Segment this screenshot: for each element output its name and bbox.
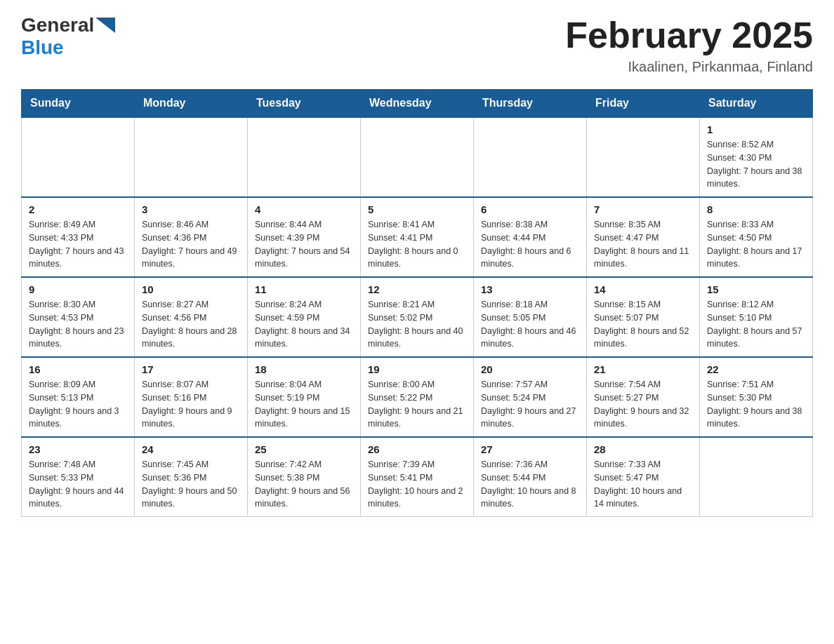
calendar-cell: 8Sunrise: 8:33 AMSunset: 4:50 PMDaylight… bbox=[700, 197, 813, 277]
calendar-cell: 12Sunrise: 8:21 AMSunset: 5:02 PMDayligh… bbox=[361, 277, 474, 357]
calendar-cell: 23Sunrise: 7:48 AMSunset: 5:33 PMDayligh… bbox=[22, 437, 135, 517]
svg-marker-0 bbox=[95, 18, 115, 33]
calendar-cell: 5Sunrise: 8:41 AMSunset: 4:41 PMDaylight… bbox=[361, 197, 474, 277]
day-info: Sunrise: 7:51 AMSunset: 5:30 PMDaylight:… bbox=[707, 378, 805, 431]
location-text: Ikaalinen, Pirkanmaa, Finland bbox=[565, 59, 813, 75]
day-number: 23 bbox=[29, 443, 127, 455]
day-info: Sunrise: 7:42 AMSunset: 5:38 PMDaylight:… bbox=[255, 458, 353, 511]
calendar-cell bbox=[700, 437, 813, 517]
weekday-header-wednesday: Wednesday bbox=[361, 90, 474, 118]
calendar-cell bbox=[587, 117, 700, 197]
day-number: 5 bbox=[368, 203, 466, 215]
calendar-week-5: 23Sunrise: 7:48 AMSunset: 5:33 PMDayligh… bbox=[22, 437, 813, 517]
calendar-cell: 4Sunrise: 8:44 AMSunset: 4:39 PMDaylight… bbox=[248, 197, 361, 277]
calendar-cell: 24Sunrise: 7:45 AMSunset: 5:36 PMDayligh… bbox=[135, 437, 248, 517]
calendar-cell: 22Sunrise: 7:51 AMSunset: 5:30 PMDayligh… bbox=[700, 357, 813, 437]
weekday-header-thursday: Thursday bbox=[474, 90, 587, 118]
calendar-cell: 20Sunrise: 7:57 AMSunset: 5:24 PMDayligh… bbox=[474, 357, 587, 437]
weekday-header-tuesday: Tuesday bbox=[248, 90, 361, 118]
day-info: Sunrise: 8:12 AMSunset: 5:10 PMDaylight:… bbox=[707, 298, 805, 351]
day-number: 17 bbox=[142, 363, 240, 375]
calendar-cell bbox=[22, 117, 135, 197]
day-number: 10 bbox=[142, 283, 240, 295]
day-info: Sunrise: 8:35 AMSunset: 4:47 PMDaylight:… bbox=[594, 218, 692, 271]
month-title: February 2025 bbox=[565, 14, 813, 56]
day-info: Sunrise: 8:09 AMSunset: 5:13 PMDaylight:… bbox=[29, 378, 127, 431]
logo-general-text: General bbox=[21, 14, 94, 36]
day-info: Sunrise: 7:33 AMSunset: 5:47 PMDaylight:… bbox=[594, 458, 692, 511]
day-number: 24 bbox=[142, 443, 240, 455]
day-number: 15 bbox=[707, 283, 805, 295]
calendar-header: SundayMondayTuesdayWednesdayThursdayFrid… bbox=[22, 90, 813, 118]
day-number: 8 bbox=[707, 203, 805, 215]
day-number: 27 bbox=[481, 443, 579, 455]
day-number: 22 bbox=[707, 363, 805, 375]
day-info: Sunrise: 8:41 AMSunset: 4:41 PMDaylight:… bbox=[368, 218, 466, 271]
calendar-cell: 9Sunrise: 8:30 AMSunset: 4:53 PMDaylight… bbox=[22, 277, 135, 357]
calendar-week-1: 1Sunrise: 8:52 AMSunset: 4:30 PMDaylight… bbox=[22, 117, 813, 197]
day-info: Sunrise: 8:27 AMSunset: 4:56 PMDaylight:… bbox=[142, 298, 240, 351]
calendar-cell: 19Sunrise: 8:00 AMSunset: 5:22 PMDayligh… bbox=[361, 357, 474, 437]
day-info: Sunrise: 8:46 AMSunset: 4:36 PMDaylight:… bbox=[142, 218, 240, 271]
calendar-cell: 11Sunrise: 8:24 AMSunset: 4:59 PMDayligh… bbox=[248, 277, 361, 357]
day-info: Sunrise: 8:30 AMSunset: 4:53 PMDaylight:… bbox=[29, 298, 127, 351]
day-info: Sunrise: 7:39 AMSunset: 5:41 PMDaylight:… bbox=[368, 458, 466, 511]
calendar-cell: 15Sunrise: 8:12 AMSunset: 5:10 PMDayligh… bbox=[700, 277, 813, 357]
calendar-cell bbox=[248, 117, 361, 197]
day-info: Sunrise: 8:07 AMSunset: 5:16 PMDaylight:… bbox=[142, 378, 240, 431]
calendar-week-4: 16Sunrise: 8:09 AMSunset: 5:13 PMDayligh… bbox=[22, 357, 813, 437]
calendar-cell bbox=[135, 117, 248, 197]
day-number: 4 bbox=[255, 203, 353, 215]
weekday-header-friday: Friday bbox=[587, 90, 700, 118]
day-number: 18 bbox=[255, 363, 353, 375]
day-number: 13 bbox=[481, 283, 579, 295]
calendar-cell bbox=[474, 117, 587, 197]
day-info: Sunrise: 8:52 AMSunset: 4:30 PMDaylight:… bbox=[707, 138, 805, 191]
calendar-cell: 16Sunrise: 8:09 AMSunset: 5:13 PMDayligh… bbox=[22, 357, 135, 437]
day-number: 2 bbox=[29, 203, 127, 215]
logo-arrow-icon bbox=[95, 18, 115, 33]
calendar-cell: 6Sunrise: 8:38 AMSunset: 4:44 PMDaylight… bbox=[474, 197, 587, 277]
day-number: 25 bbox=[255, 443, 353, 455]
day-number: 12 bbox=[368, 283, 466, 295]
day-info: Sunrise: 7:54 AMSunset: 5:27 PMDaylight:… bbox=[594, 378, 692, 431]
calendar-cell: 26Sunrise: 7:39 AMSunset: 5:41 PMDayligh… bbox=[361, 437, 474, 517]
calendar-cell: 2Sunrise: 8:49 AMSunset: 4:33 PMDaylight… bbox=[22, 197, 135, 277]
day-info: Sunrise: 8:38 AMSunset: 4:44 PMDaylight:… bbox=[481, 218, 579, 271]
calendar-cell: 14Sunrise: 8:15 AMSunset: 5:07 PMDayligh… bbox=[587, 277, 700, 357]
calendar-cell: 3Sunrise: 8:46 AMSunset: 4:36 PMDaylight… bbox=[135, 197, 248, 277]
day-info: Sunrise: 8:18 AMSunset: 5:05 PMDaylight:… bbox=[481, 298, 579, 351]
calendar-cell: 28Sunrise: 7:33 AMSunset: 5:47 PMDayligh… bbox=[587, 437, 700, 517]
title-area: February 2025 Ikaalinen, Pirkanmaa, Finl… bbox=[565, 14, 813, 75]
day-info: Sunrise: 8:33 AMSunset: 4:50 PMDaylight:… bbox=[707, 218, 805, 271]
day-number: 28 bbox=[594, 443, 692, 455]
day-info: Sunrise: 7:48 AMSunset: 5:33 PMDaylight:… bbox=[29, 458, 127, 511]
day-info: Sunrise: 7:45 AMSunset: 5:36 PMDaylight:… bbox=[142, 458, 240, 511]
day-number: 19 bbox=[368, 363, 466, 375]
day-info: Sunrise: 7:57 AMSunset: 5:24 PMDaylight:… bbox=[481, 378, 579, 431]
day-info: Sunrise: 8:24 AMSunset: 4:59 PMDaylight:… bbox=[255, 298, 353, 351]
calendar-cell: 17Sunrise: 8:07 AMSunset: 5:16 PMDayligh… bbox=[135, 357, 248, 437]
calendar-body: 1Sunrise: 8:52 AMSunset: 4:30 PMDaylight… bbox=[22, 117, 813, 517]
logo: General Blue bbox=[21, 14, 115, 59]
calendar-cell: 13Sunrise: 8:18 AMSunset: 5:05 PMDayligh… bbox=[474, 277, 587, 357]
calendar-cell: 18Sunrise: 8:04 AMSunset: 5:19 PMDayligh… bbox=[248, 357, 361, 437]
calendar-cell bbox=[361, 117, 474, 197]
day-info: Sunrise: 7:36 AMSunset: 5:44 PMDaylight:… bbox=[481, 458, 579, 511]
page-header: General Blue February 2025 Ikaalinen, Pi… bbox=[21, 14, 813, 75]
calendar-week-2: 2Sunrise: 8:49 AMSunset: 4:33 PMDaylight… bbox=[22, 197, 813, 277]
day-info: Sunrise: 8:00 AMSunset: 5:22 PMDaylight:… bbox=[368, 378, 466, 431]
day-number: 16 bbox=[29, 363, 127, 375]
day-number: 14 bbox=[594, 283, 692, 295]
calendar-cell: 21Sunrise: 7:54 AMSunset: 5:27 PMDayligh… bbox=[587, 357, 700, 437]
calendar-cell: 27Sunrise: 7:36 AMSunset: 5:44 PMDayligh… bbox=[474, 437, 587, 517]
weekday-header-monday: Monday bbox=[135, 90, 248, 118]
calendar-table: SundayMondayTuesdayWednesdayThursdayFrid… bbox=[21, 89, 813, 517]
day-number: 9 bbox=[29, 283, 127, 295]
day-info: Sunrise: 8:49 AMSunset: 4:33 PMDaylight:… bbox=[29, 218, 127, 271]
header-row: SundayMondayTuesdayWednesdayThursdayFrid… bbox=[22, 90, 813, 118]
calendar-week-3: 9Sunrise: 8:30 AMSunset: 4:53 PMDaylight… bbox=[22, 277, 813, 357]
calendar-cell: 7Sunrise: 8:35 AMSunset: 4:47 PMDaylight… bbox=[587, 197, 700, 277]
day-number: 6 bbox=[481, 203, 579, 215]
logo-blue-text: Blue bbox=[21, 36, 64, 59]
